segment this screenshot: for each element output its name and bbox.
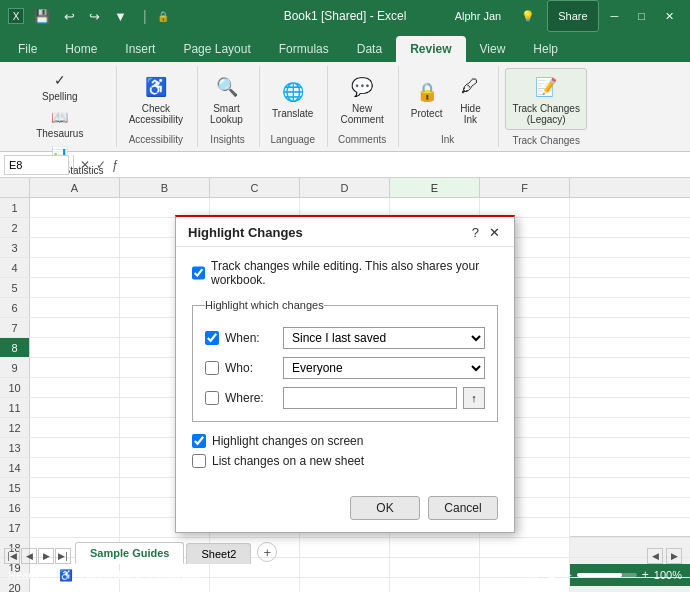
confirm-formula-icon[interactable]: ✓	[94, 158, 108, 172]
cell-a11[interactable]	[30, 398, 120, 417]
zoom-slider[interactable]	[577, 573, 637, 577]
tab-home[interactable]: Home	[51, 36, 111, 62]
protect-btn[interactable]: 🔒 Protect	[405, 74, 449, 123]
new-comment-btn[interactable]: 💬 NewComment	[334, 69, 389, 129]
tab-page-layout[interactable]: Page Layout	[169, 36, 264, 62]
where-range-input[interactable]	[283, 387, 457, 409]
check-accessibility-btn[interactable]: ♿ CheckAccessibility	[123, 69, 189, 129]
cell-f18[interactable]	[480, 538, 570, 557]
sheet-tab-sample-guides[interactable]: Sample Guides	[75, 542, 184, 564]
cell-c20[interactable]	[210, 578, 300, 592]
cell-e18[interactable]	[390, 538, 480, 557]
tell-me-btn[interactable]: 💡	[513, 0, 543, 32]
redo-btn[interactable]: ↪	[85, 7, 104, 26]
cell-a12[interactable]	[30, 418, 120, 437]
scroll-left-btn[interactable]: ◀	[647, 548, 663, 564]
col-header-d[interactable]: D	[300, 178, 390, 197]
cell-a3[interactable]	[30, 238, 120, 257]
scroll-right-btn[interactable]: ▶	[666, 548, 682, 564]
zoom-out-btn[interactable]: −	[563, 568, 574, 582]
sheet-tab-sheet2[interactable]: Sheet2	[186, 543, 251, 564]
quick-save-btn[interactable]: 💾	[30, 7, 54, 26]
row-header-13[interactable]: 13	[0, 438, 30, 457]
zoom-in-btn[interactable]: +	[640, 568, 651, 582]
cell-a8[interactable]	[30, 338, 120, 357]
row-header-6[interactable]: 6	[0, 298, 30, 317]
dialog-help-btn[interactable]: ?	[470, 225, 481, 240]
cell-e19[interactable]	[390, 558, 480, 577]
col-header-a[interactable]: A	[30, 178, 120, 197]
when-checkbox[interactable]	[205, 331, 219, 345]
cancel-button[interactable]: Cancel	[428, 496, 498, 520]
row-header-16[interactable]: 16	[0, 498, 30, 517]
tab-insert[interactable]: Insert	[111, 36, 169, 62]
minimize-btn[interactable]: ─	[603, 0, 627, 32]
ok-button[interactable]: OK	[350, 496, 420, 520]
cell-a6[interactable]	[30, 298, 120, 317]
cell-a16[interactable]	[30, 498, 120, 517]
cell-d20[interactable]	[300, 578, 390, 592]
tab-review[interactable]: Review	[396, 36, 465, 62]
where-checkbox[interactable]	[205, 391, 219, 405]
row-header-9[interactable]: 9	[0, 358, 30, 377]
col-header-b[interactable]: B	[120, 178, 210, 197]
thesaurus-btn[interactable]: 📖 Thesaurus	[12, 105, 108, 141]
row-header-15[interactable]: 15	[0, 478, 30, 497]
sheet-nav-first[interactable]: |◀	[4, 548, 20, 564]
cell-a17[interactable]	[30, 518, 120, 537]
accessibility-status[interactable]: Accessibility: Investigate	[81, 569, 200, 581]
cell-a13[interactable]	[30, 438, 120, 457]
row-header-11[interactable]: 11	[0, 398, 30, 417]
cell-a7[interactable]	[30, 318, 120, 337]
formula-input[interactable]	[125, 155, 686, 175]
sheet-nav-prev[interactable]: ◀	[21, 548, 37, 564]
who-select[interactable]: Everyone Everyone but Me	[283, 357, 485, 379]
who-checkbox[interactable]	[205, 361, 219, 375]
list-changes-checkbox[interactable]	[192, 454, 206, 468]
normal-view-btn[interactable]: ▤	[505, 568, 520, 582]
row-header-4[interactable]: 4	[0, 258, 30, 277]
cell-a5[interactable]	[30, 278, 120, 297]
row-header-8[interactable]: 8	[0, 338, 30, 357]
row-header-12[interactable]: 12	[0, 418, 30, 437]
row-header-1[interactable]: 1	[0, 198, 30, 217]
highlight-screen-checkbox[interactable]	[192, 434, 206, 448]
row-header-10[interactable]: 10	[0, 378, 30, 397]
cell-a2[interactable]	[30, 218, 120, 237]
page-layout-view-btn[interactable]: ⊞	[526, 568, 540, 582]
track-changes-checkbox[interactable]	[192, 266, 205, 280]
where-range-selector-btn[interactable]: ↑	[463, 387, 485, 409]
dialog-close-btn[interactable]: ✕	[487, 225, 502, 240]
page-break-view-btn[interactable]: ≡	[546, 568, 557, 582]
cell-d19[interactable]	[300, 558, 390, 577]
cell-a14[interactable]	[30, 458, 120, 477]
cell-a15[interactable]	[30, 478, 120, 497]
close-btn[interactable]: ✕	[657, 0, 682, 32]
cell-a9[interactable]	[30, 358, 120, 377]
cell-a4[interactable]	[30, 258, 120, 277]
share-btn[interactable]: Share	[547, 0, 598, 32]
insert-function-icon[interactable]: ƒ	[110, 158, 121, 172]
when-select[interactable]: Since I last saved All Not yet reviewed …	[283, 327, 485, 349]
cell-a1[interactable]	[30, 198, 120, 217]
row-header-2[interactable]: 2	[0, 218, 30, 237]
cell-a10[interactable]	[30, 378, 120, 397]
tab-data[interactable]: Data	[343, 36, 396, 62]
sheet-nav-last[interactable]: ▶|	[55, 548, 71, 564]
track-changes-btn[interactable]: 📝 Track Changes(Legacy)	[505, 68, 586, 130]
row-header-14[interactable]: 14	[0, 458, 30, 477]
col-header-c[interactable]: C	[210, 178, 300, 197]
col-header-f[interactable]: F	[480, 178, 570, 197]
tab-help[interactable]: Help	[519, 36, 572, 62]
translate-btn[interactable]: 🌐 Translate	[266, 74, 319, 123]
tab-file[interactable]: File	[4, 36, 51, 62]
name-box[interactable]: E8	[4, 155, 69, 175]
row-header-3[interactable]: 3	[0, 238, 30, 257]
sheet-nav-next[interactable]: ▶	[38, 548, 54, 564]
row-header-7[interactable]: 7	[0, 318, 30, 337]
maximize-btn[interactable]: □	[630, 0, 653, 32]
cell-d18[interactable]	[300, 538, 390, 557]
customize-btn[interactable]: ▼	[110, 7, 131, 26]
spelling-btn[interactable]: ✓ Spelling	[12, 68, 108, 104]
col-header-e[interactable]: E	[390, 178, 480, 197]
